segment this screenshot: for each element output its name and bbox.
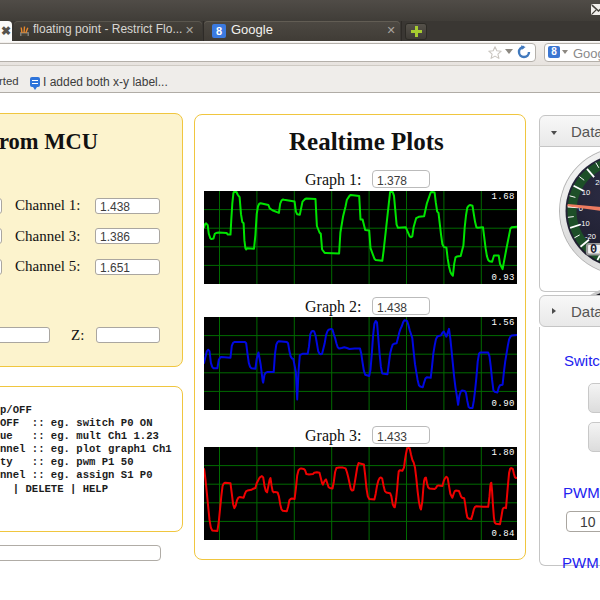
svg-text:20: 20 xyxy=(595,178,600,187)
svg-text:-10: -10 xyxy=(579,219,590,228)
svg-text:10: 10 xyxy=(582,188,590,197)
svg-text:-20: -20 xyxy=(585,232,596,241)
svg-text:0.7: 0.7 xyxy=(590,243,600,257)
